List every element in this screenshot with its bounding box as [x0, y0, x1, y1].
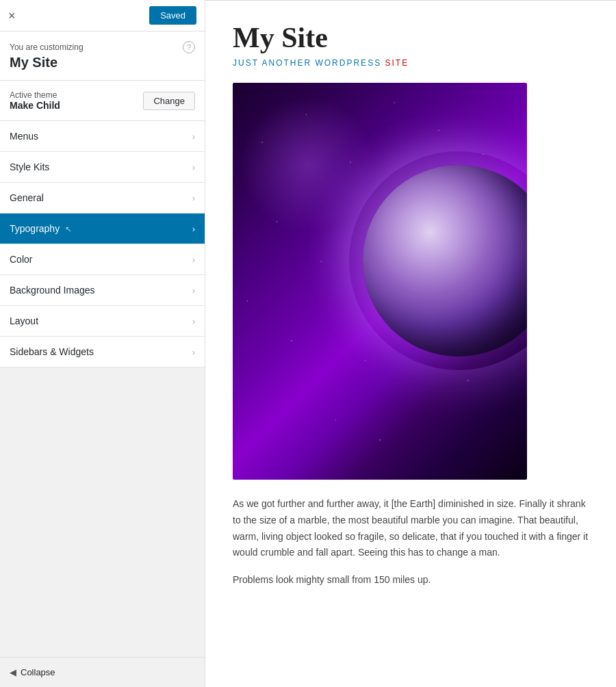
sidebar-item-sidebars-widgets-label: Sidebars & Widgets [10, 346, 94, 357]
sidebar-item-background-images[interactable]: Background Images › [0, 275, 205, 306]
help-icon[interactable]: ? [183, 41, 195, 53]
tagline-site-word: SITE [385, 58, 409, 68]
sidebar-item-sidebars-widgets[interactable]: Sidebars & Widgets › [0, 337, 205, 367]
preview-panel: My Site JUST ANOTHER WORDPRESS SITE As w… [205, 0, 616, 687]
customizing-info: You are customizing ? My Site [0, 31, 205, 81]
chevron-right-icon: › [192, 131, 195, 142]
change-theme-button[interactable]: Change [143, 92, 195, 110]
sidebar-item-typography-label: Typography ↖ [10, 223, 72, 234]
sidebar-item-menus[interactable]: Menus › [0, 121, 205, 152]
close-icon[interactable]: × [8, 10, 16, 22]
customizing-label: You are customizing [10, 42, 84, 52]
sidebar-item-style-kits-label: Style Kits [10, 161, 49, 172]
collapse-footer[interactable]: ◀ Collapse [0, 657, 205, 687]
chevron-right-icon: › [192, 255, 195, 265]
chevron-right-icon: › [192, 285, 195, 296]
sidebar-item-menus-label: Menus [10, 131, 38, 142]
space-hero-image [233, 83, 527, 480]
nav-items: Menus › Style Kits › General › Typograph… [0, 121, 205, 657]
site-title: My Site [10, 55, 195, 70]
collapse-arrow-icon: ◀ [10, 667, 16, 677]
sidebar-item-layout-label: Layout [10, 315, 38, 326]
chevron-right-icon: › [192, 162, 195, 172]
sidebar: × Saved You are customizing ? My Site Ac… [0, 0, 205, 687]
sidebar-item-style-kits[interactable]: Style Kits › [0, 152, 205, 183]
sidebar-item-typography[interactable]: Typography ↖ › [0, 213, 205, 244]
collapse-label: Collapse [21, 667, 55, 677]
sidebar-item-layout[interactable]: Layout › [0, 306, 205, 337]
saved-button[interactable]: Saved [149, 6, 196, 25]
chevron-right-icon: › [192, 316, 195, 326]
preview-body-text-2: Problems look mighty small from 150 mile… [233, 572, 589, 588]
sidebar-header: × Saved [0, 0, 205, 31]
sidebar-item-general[interactable]: General › [0, 183, 205, 213]
preview-tagline: JUST ANOTHER WORDPRESS SITE [233, 58, 589, 68]
chevron-right-icon: › [192, 193, 195, 203]
chevron-right-icon: › [192, 224, 195, 234]
chevron-right-icon: › [192, 347, 195, 357]
sidebar-item-background-images-label: Background Images [10, 285, 95, 296]
nebula-decoration [240, 96, 376, 233]
preview-body-text-1: As we got further and further away, it [… [233, 496, 589, 561]
preview-content: My Site JUST ANOTHER WORDPRESS SITE As w… [205, 1, 616, 609]
sidebar-item-general-label: General [10, 192, 44, 203]
customizing-row: You are customizing ? [10, 41, 195, 53]
active-theme-name: Make Child [10, 100, 60, 111]
preview-site-name: My Site [233, 21, 589, 54]
sidebar-item-color[interactable]: Color › [0, 244, 205, 275]
sidebar-item-color-label: Color [10, 254, 32, 265]
tagline-text: JUST ANOTHER WORDPRESS [233, 58, 385, 68]
active-theme-section: Active theme Make Child Change [0, 81, 205, 121]
active-theme-label: Active theme [10, 90, 60, 100]
active-theme-info: Active theme Make Child [10, 90, 60, 111]
